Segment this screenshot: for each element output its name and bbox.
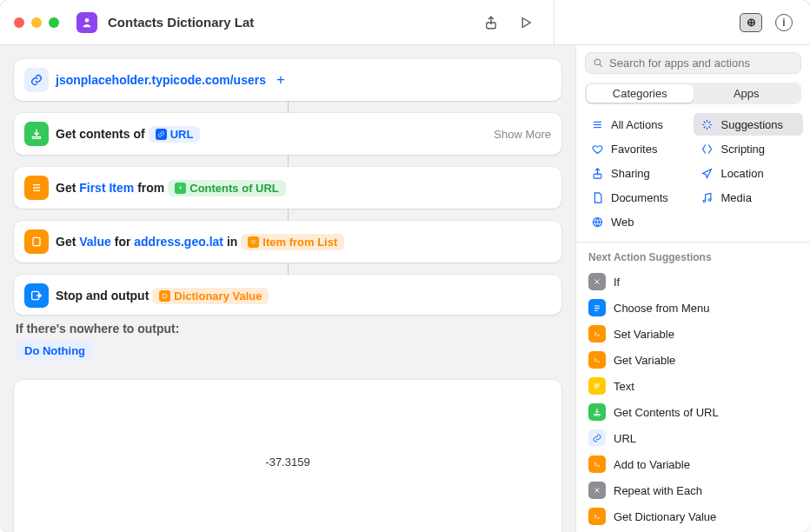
svg-point-0 [85, 18, 90, 23]
url-variable-pill[interactable]: URL [149, 126, 201, 143]
workflow-editor: jsonplaceholder.typicode.com/users + Get… [0, 45, 575, 532]
window-title: Contacts Dictionary Lat [108, 15, 254, 30]
action-get-item[interactable]: Get First Item from Contents of URL [14, 167, 561, 209]
svg-rect-2 [32, 136, 40, 138]
suggestion-icon [588, 456, 606, 473]
suggestion-item[interactable]: Choose from Menu [581, 295, 805, 321]
suggestion-label: If [614, 276, 620, 289]
contents-variable-pill[interactable]: Contents of URL [168, 180, 286, 196]
suggestion-icon [588, 508, 606, 525]
search-input[interactable] [609, 57, 793, 70]
cat-sharing[interactable]: Sharing [583, 162, 694, 184]
suggestion-item[interactable]: If [581, 269, 805, 295]
suggestion-icon [588, 351, 606, 369]
close-window[interactable] [14, 17, 24, 28]
action-url[interactable]: jsonplaceholder.typicode.com/users + [14, 59, 561, 101]
suggestion-icon [588, 482, 606, 499]
svg-line-12 [600, 64, 602, 67]
suggestion-item[interactable]: Get Dictionary Value [581, 503, 805, 529]
value-selector[interactable]: Value [79, 235, 111, 249]
suggestion-item[interactable]: Add to Variable [581, 451, 805, 477]
cat-favorites[interactable]: Favorites [583, 137, 694, 160]
cat-documents[interactable]: Documents [583, 186, 694, 209]
cat-all-actions[interactable]: All Actions [583, 113, 694, 136]
output-value: -37.3159 [265, 456, 309, 469]
suggestion-label: Text [614, 380, 634, 393]
suggestion-icon [588, 273, 606, 290]
suggestion-icon [588, 377, 606, 395]
suggestion-label: Add to Variable [614, 458, 690, 471]
suggestion-item[interactable]: Get Contents of URL [581, 399, 805, 425]
download-icon [24, 122, 49, 146]
library-toggle[interactable]: ⊕ [739, 10, 763, 35]
dictionary-value-pill[interactable]: Dictionary Value [152, 288, 269, 304]
svg-rect-10 [163, 294, 168, 298]
output-preview: -37.3159 [14, 380, 561, 532]
suggestion-item[interactable]: URL [581, 425, 805, 451]
action-label: Get contents of [56, 127, 145, 141]
suggestion-label: Get Dictionary Value [614, 510, 716, 523]
url-value[interactable]: jsonplaceholder.typicode.com/users [56, 73, 266, 87]
suggestion-label: Set Variable [614, 328, 674, 341]
suggestion-item[interactable]: Repeat with Each [581, 477, 805, 503]
nowhere-label: If there's nowhere to output: [14, 315, 561, 341]
output-icon [24, 283, 49, 308]
svg-point-18 [708, 198, 711, 201]
tab-apps[interactable]: Apps [694, 84, 800, 103]
suggestions-header: Next Action Suggestions [576, 243, 810, 269]
suggestion-icon [588, 429, 606, 447]
suggestion-label: Get Contents of URL [614, 406, 719, 419]
suggestion-label: Get Variable [614, 354, 675, 367]
cat-scripting[interactable]: Scripting [694, 137, 804, 160]
titlebar: Contacts Dictionary Lat ⊕ i [0, 0, 810, 45]
zoom-window[interactable] [49, 17, 59, 28]
cat-location[interactable]: Location [694, 162, 804, 184]
item-variable-pill[interactable]: Item from List [241, 234, 344, 250]
suggestion-label: Repeat with Each [614, 484, 702, 497]
suggestion-label: Choose from Menu [614, 302, 710, 315]
svg-rect-26 [594, 415, 601, 416]
cat-suggestions[interactable]: Suggestions [694, 113, 804, 136]
suggestion-icon [588, 403, 606, 421]
window-controls [14, 17, 59, 28]
key-input[interactable]: address.geo.lat [134, 235, 223, 249]
action-get-dictionary-value[interactable]: Get Value for address.geo.lat in Item fr… [14, 221, 561, 263]
action-get-contents[interactable]: Get contents of URL Show More [14, 113, 561, 155]
cat-web[interactable]: Web [583, 210, 694, 233]
suggestion-icon [588, 325, 606, 342]
info-button[interactable]: i [772, 10, 796, 35]
suggestion-item[interactable]: Get Variable [581, 347, 805, 373]
svg-point-11 [594, 59, 601, 65]
suggestion-item[interactable]: Set Variable [581, 321, 805, 347]
suggestion-label: URL [614, 432, 636, 445]
item-selector[interactable]: First Item [79, 181, 134, 195]
actions-sidebar: Categories Apps All Actions Suggestions … [575, 45, 810, 532]
add-url-button[interactable]: + [271, 70, 290, 90]
minimize-window[interactable] [31, 17, 42, 28]
suggestion-item[interactable]: Text [581, 373, 805, 399]
dictionary-icon [24, 229, 49, 254]
tab-categories[interactable]: Categories [587, 84, 694, 103]
link-icon [24, 68, 49, 92]
show-more-button[interactable]: Show More [494, 128, 551, 141]
action-stop-output[interactable]: Stop and output Dictionary Value [14, 275, 561, 315]
run-button[interactable] [514, 10, 538, 35]
do-nothing-selector[interactable]: Do Nothing [16, 341, 94, 361]
share-button[interactable] [479, 10, 503, 35]
svg-rect-6 [33, 237, 40, 245]
svg-point-17 [703, 200, 706, 203]
list-icon [24, 176, 49, 200]
cat-media[interactable]: Media [694, 186, 804, 209]
suggestion-icon [588, 299, 606, 316]
shortcut-icon [76, 12, 97, 33]
search-field[interactable] [585, 52, 801, 74]
segmented-control[interactable]: Categories Apps [585, 83, 801, 104]
search-icon [593, 57, 604, 69]
